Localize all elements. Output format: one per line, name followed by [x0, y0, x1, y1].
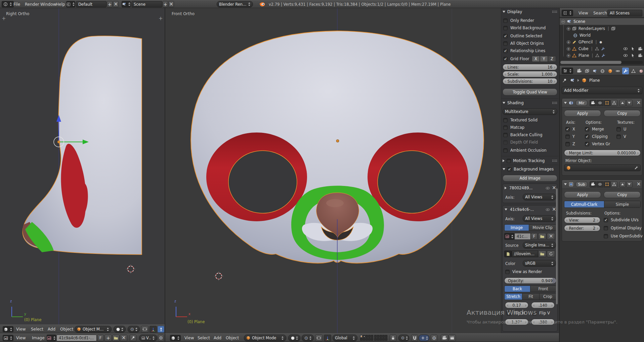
move-modifier-down-button[interactable]: [626, 181, 633, 188]
menu-render[interactable]: Render: [25, 2, 39, 7]
outliner-row-renderlayers[interactable]: RenderLayers |: [560, 25, 644, 32]
subdivisions-field[interactable]: Subdivisions:10: [503, 78, 557, 84]
apply-button[interactable]: Apply: [564, 110, 601, 117]
tab-crop[interactable]: Crop: [540, 294, 556, 300]
fake-user-button[interactable]: F: [97, 335, 104, 341]
checkbox-vertex-groups[interactable]: Vertex Gr: [585, 142, 610, 146]
toggle-render-button[interactable]: [590, 181, 596, 188]
new-image-button[interactable]: [104, 335, 112, 341]
outliner-row-plane[interactable]: Plane |: [560, 52, 644, 59]
pivot-point-selector[interactable]: [128, 326, 140, 333]
menu-view[interactable]: View: [16, 327, 26, 332]
editor-type-info-button[interactable]: [2, 1, 14, 7]
mirror-object-field[interactable]: [564, 164, 641, 171]
checkbox-backface-culling[interactable]: Backface Culling: [503, 132, 543, 137]
checkbox-mirror-z[interactable]: Z: [565, 142, 575, 146]
collapse-icon[interactable]: [564, 102, 567, 104]
lock-to-scene-button[interactable]: [390, 335, 396, 341]
layers-widget-group-1[interactable]: [360, 335, 373, 341]
unlink-image-button[interactable]: [120, 335, 127, 341]
npanel-expand-icon[interactable]: +: [159, 15, 163, 22]
snap-element-selector[interactable]: [419, 335, 429, 341]
image-datablock-icon-button[interactable]: [47, 335, 56, 341]
tab-world[interactable]: [599, 68, 606, 74]
file-icon-button[interactable]: [504, 251, 512, 257]
tab-stretch[interactable]: Stretch: [505, 294, 522, 300]
tab-back[interactable]: Back: [505, 286, 530, 292]
expand-icon[interactable]: [567, 40, 570, 44]
screen-layout-icon-button[interactable]: [66, 1, 75, 7]
outliner-row-gpencil[interactable]: GPencil | ●: [560, 39, 644, 45]
menu-select[interactable]: Select: [31, 327, 43, 332]
menu-object[interactable]: Object: [60, 327, 73, 332]
colorspace-selector[interactable]: sRGB: [523, 260, 556, 267]
menu-object[interactable]: Object: [226, 336, 239, 340]
toggle-realtime-button[interactable]: [597, 100, 603, 106]
grid-axis-x-button[interactable]: X: [532, 56, 540, 62]
reload-file-button[interactable]: [547, 251, 555, 257]
camera-icon[interactable]: [638, 53, 642, 58]
checkbox-matcap[interactable]: Matcap: [503, 125, 524, 130]
toggle-editmode-button[interactable]: [604, 100, 610, 106]
size-field[interactable]: .380: [531, 319, 555, 325]
scale-field[interactable]: Scale:1.000: [503, 71, 557, 77]
mode-selector[interactable]: Object Mode: [244, 335, 286, 341]
axis-selector[interactable]: All Views: [523, 194, 556, 200]
manipulate-center-points-button[interactable]: [315, 335, 323, 341]
eye-icon[interactable]: [623, 46, 628, 51]
collapse-icon[interactable]: [564, 183, 567, 185]
panel-header-shading[interactable]: Shading: [503, 100, 557, 106]
editor-type-3dview-button[interactable]: [3, 326, 13, 332]
background-image-name[interactable]: 78002489...: [509, 186, 533, 190]
checkbox-outline-selected[interactable]: Outline Selected: [503, 34, 542, 38]
checkbox-optimal-display[interactable]: Optimal Display: [604, 226, 642, 230]
shading-mode-selector[interactable]: Multitexture: [503, 108, 557, 115]
toolshelf-expand-icon[interactable]: +: [2, 15, 6, 22]
menu-search[interactable]: Search: [593, 11, 607, 15]
tab-object-data[interactable]: [630, 68, 637, 74]
manipulate-center-points-button[interactable]: [141, 326, 148, 333]
image-name-field[interactable]: 41c9a4c6-0cd1-46...: [56, 335, 97, 341]
editor-type-properties-button[interactable]: [562, 68, 573, 74]
checkbox-subdivide-uvs[interactable]: Subdivide UVs: [604, 218, 639, 222]
checkbox-flip-h[interactable]: Flip H: [507, 311, 525, 315]
transform-orientation-selector[interactable]: Global: [333, 335, 357, 341]
file-path-field[interactable]: //iloveimg-...: [512, 251, 538, 257]
background-image-name[interactable]: 41c9a4c6-...: [510, 207, 534, 212]
checkbox-ambient-occlusion[interactable]: Ambient Occlusion: [503, 148, 547, 153]
menu-file[interactable]: File: [13, 2, 20, 7]
viewport-shading-selector[interactable]: [288, 335, 300, 341]
tab-scene[interactable]: [591, 68, 598, 74]
toggle-cage-button[interactable]: [611, 100, 617, 106]
close-scene-button[interactable]: [168, 1, 174, 7]
add-image-button[interactable]: Add Image: [503, 175, 557, 182]
render-opengl-button[interactable]: [441, 335, 448, 341]
toggle-cage-button[interactable]: [611, 181, 617, 188]
eye-icon[interactable]: [546, 207, 550, 212]
outliner-row-cube[interactable]: Cube |: [560, 45, 644, 52]
manipulator-toggle-button[interactable]: [324, 335, 331, 341]
toggle-quad-view-button[interactable]: Toggle Quad View: [503, 88, 557, 96]
tab-material[interactable]: [638, 68, 644, 74]
tab-simple[interactable]: Simple: [604, 201, 640, 207]
tab-fit[interactable]: Fit: [522, 294, 540, 300]
screen-layout-selector[interactable]: Default: [76, 1, 106, 7]
tab-modifiers[interactable]: [622, 68, 629, 74]
lines-field[interactable]: Lines:16: [503, 64, 557, 70]
menu-window[interactable]: Window: [40, 2, 56, 7]
grid-axis-y-button[interactable]: Y: [540, 56, 548, 62]
menu-add[interactable]: Add: [48, 327, 55, 332]
checkbox-world-background[interactable]: World Background: [503, 26, 546, 30]
source-selector[interactable]: Single Image: [523, 242, 556, 249]
mesh-data-icon[interactable]: [595, 53, 599, 58]
close-icon[interactable]: [552, 186, 556, 190]
uv-snap-corner-button[interactable]: [158, 335, 164, 341]
checkbox-clipping[interactable]: Clipping: [585, 134, 608, 139]
render-subdivisions-field[interactable]: Render:2: [564, 225, 600, 231]
browse-file-button[interactable]: [538, 251, 546, 257]
unlink-image-button[interactable]: [547, 233, 555, 240]
move-modifier-down-button[interactable]: [626, 100, 633, 106]
panel-header-motion-tracking[interactable]: Motion Tracking: [503, 158, 557, 163]
menu-view[interactable]: View: [578, 11, 588, 15]
layers-widget-group-2[interactable]: [374, 335, 387, 341]
